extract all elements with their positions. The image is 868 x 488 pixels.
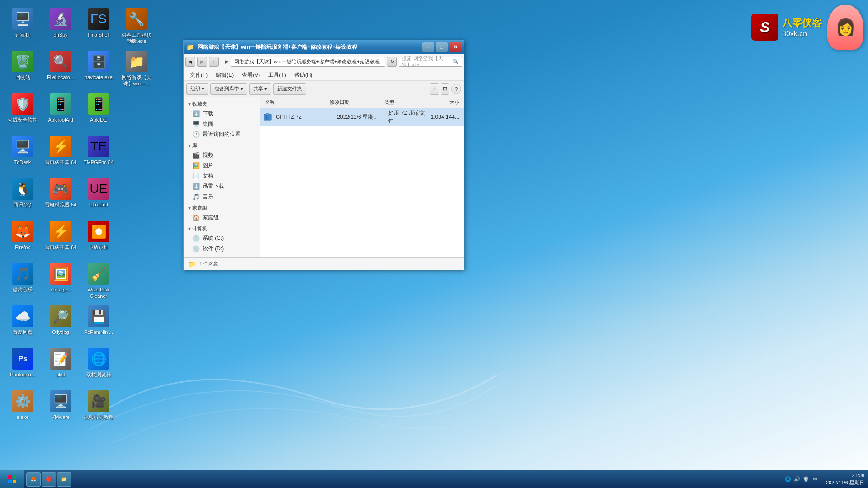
desktop-icon-tmpgenc[interactable]: TE TMPGEnc 64 [80,132,117,173]
sidebar-item-downloads[interactable]: ⬇️ 下载 [184,108,260,119]
desktop-icon-capture[interactable]: ⏺️ 录放录屏 [80,217,117,258]
sidebar-item-documents[interactable]: 📄 文档 [184,171,260,181]
sidebar-item-homegroup[interactable]: 🏠 家庭组 [184,212,260,223]
sidebar-item-music[interactable]: 🎵 音乐 [184,192,260,202]
close-button[interactable]: ✕ [449,42,461,52]
minimize-button[interactable]: — [422,42,434,52]
sidebar-item-drive-c[interactable]: 💿 系统 (C:) [184,233,260,244]
maximize-button[interactable]: □ [436,42,448,52]
col-header-size[interactable]: 大小 [427,99,461,106]
desktop-icon-tools[interactable]: 🔧 供客工具箱移动版.exe [118,5,155,45]
taskbar-firefox-button[interactable]: 🦊 [26,472,41,487]
back-button[interactable]: ◀ [185,57,195,67]
gphtz-name: GPHTZ.7z [274,114,335,120]
desktop-icon-finalshell[interactable]: FS FinalShell [80,5,117,45]
apkide-icon-img: 📱 [88,93,109,115]
desktop-icon-pcramnini[interactable]: 💾 PcRamNini... [80,302,117,343]
help-toolbar-button[interactable]: ? [451,84,461,94]
details-view-button[interactable]: ⊞ [441,83,449,95]
sidebar-item-pictures[interactable]: 🖼️ 图片 [184,160,260,171]
desktop-icon-computer[interactable]: 🖥️ 计算机 [5,5,41,45]
drive-c-icon: 💿 [193,235,200,242]
desktop-icon-apkide[interactable]: 📱 ApkIDE [80,89,117,130]
sidebar-section-computer: ▾ 计算机 💿 系统 (C:) 💿 软件 (D:) [184,225,260,254]
video-icon-img: 🎥 [88,390,109,412]
brand-avatar: 👩 [827,5,863,50]
address-field[interactable]: 网络游戏【天诛】win一键陪玩服务端+客户端+修改教程+架设教程 [231,57,385,67]
col-header-type[interactable]: 类型 [382,99,427,106]
sidebar-item-drive-d[interactable]: 💿 软件 (D:) [184,244,260,254]
desktop-icon-qqmusic[interactable]: 🎵 酷狗音乐 [5,259,41,300]
desktop-icon-wisedisk[interactable]: 🧹 Wise Disk Cleaner [80,259,117,300]
finalshell-icon-img: FS [88,8,109,30]
apktoolair-icon-label: ApkToolAid [48,117,73,123]
view-toggle-button[interactable]: ☰ [430,83,439,95]
desktop-icon-filelocator[interactable]: 🔍 FileLocato... [42,47,79,88]
gphtz-type: 好压 7Z 压缩文件 [387,109,429,125]
tmpgenc-icon-img: TE [88,136,109,157]
desktop-icon-firefox[interactable]: 🦊 Firefox [5,217,41,258]
desktop-icon-todesk[interactable]: 🖥️ ToDesk [5,132,41,173]
menu-view[interactable]: 查看(V) [238,70,264,80]
desktop-icon-emulator[interactable]: 🎮 雷电模拟器 64 [42,174,79,215]
desktop-icon-apktoolair[interactable]: 📱 ApkToolAid [42,89,79,130]
taskbar-app-button[interactable]: 🔴 [42,472,56,487]
refresh-button[interactable]: ↻ [387,57,397,67]
brand-logo: S 八零侠客 80xk.cn 👩 [751,5,863,50]
menu-tools[interactable]: 工具(T) [264,70,289,80]
sidebar-item-thunder[interactable]: ⬇️ 迅雷下载 [184,181,260,192]
include-library-button[interactable]: 包含到库中 ▾ [210,83,247,95]
menu-file[interactable]: 文件(F) [186,70,211,80]
desktop-icon-tencentqq[interactable]: 🐧 腾讯QQ [5,174,41,215]
desktop-icon-ldplayer64[interactable]: ⚡ 雷电多开器 64 [42,217,79,258]
sidebar-item-recent[interactable]: 🕐 最近访问的位置 [184,129,260,140]
organize-button[interactable]: 组织 ▾ [186,83,208,95]
tray-network-icon[interactable]: 🌐 [784,476,792,483]
filelocator-icon-img: 🔍 [50,51,71,72]
menu-edit[interactable]: 编辑(E) [212,70,237,80]
system-clock[interactable]: 21:08 2022/11/6 星期日 [822,472,868,486]
desktop-icon-navicate[interactable]: 🗄️ navicate.exe [80,47,117,88]
tencentqq-icon-label: 腾讯QQ [14,202,31,208]
sidebar-item-desktop[interactable]: 🖥️ 桌面 [184,119,260,129]
desktop-icon-dnspy[interactable]: 🔬 dnSpy [42,5,79,45]
desktop-icon-ximager[interactable]: 🖼️ XImage... [42,259,79,300]
desktop-icon-vmware[interactable]: 🖥️ VMware [42,387,79,427]
tray-security-icon[interactable]: 🛡️ [802,476,810,483]
desktop-icon-video[interactable]: 🎥 视频录制教程 [80,387,117,427]
search-field[interactable]: 搜索 网络游戏【天诛】win... 🔍 [399,57,462,67]
recycle-icon-img: 🗑️ [12,51,33,72]
desktop-icon-ultraedit[interactable]: UE UltraEdit [80,174,117,215]
include-library-arrow: ▾ [241,86,243,92]
start-button[interactable] [0,470,24,488]
desktop-icon-photoshop[interactable]: Ps Photosho... [5,344,41,385]
desktop-icon-plist[interactable]: 📝 plist [42,344,79,385]
desktop-icon-exe[interactable]: ⚙️ e.exe [5,387,41,427]
computer-sidebar-header: ▾ 计算机 [184,225,260,233]
col-header-name[interactable]: 名称 [263,99,328,106]
tray-ime-icon[interactable]: 中 [811,476,819,483]
ollydbg-icon-label: Ollydbg [52,329,69,335]
exe-icon-img: ⚙️ [12,390,33,412]
desktop-icon-firewall[interactable]: 🛡️ 火绒安全软件 [5,89,41,130]
col-header-date[interactable]: 修改日期 [328,99,382,106]
desktop-icon-ldplayer[interactable]: ⚡ 雷电多开器 64 [42,132,79,173]
brand-name: 八零侠客 [782,16,822,30]
taskbar-explorer-button[interactable]: 📁 [57,472,71,487]
new-folder-button[interactable]: 新建文件夹 [273,83,306,95]
desktop-icon-recycle[interactable]: 🗑️ 回收站 [5,47,41,88]
taskbar-tray: 🌐 🔊 🛡️ 中 [781,476,822,483]
desktop-icon-network-games[interactable]: 📁 网络游戏【天诛】win—... [118,47,155,88]
clock-date: 2022/11/6 星期日 [826,479,864,486]
menu-help[interactable]: 帮助(H) [291,70,316,80]
tray-volume-icon[interactable]: 🔊 [793,476,801,483]
desktop-icon-baidunetdisk[interactable]: ☁️ 百度网盘 [5,302,41,343]
exe-icon-label: e.exe [17,414,29,420]
sidebar-item-videos[interactable]: 🎬 视频 [184,150,260,160]
desktop-icon-ollydbg[interactable]: 🔎 Ollydbg [42,302,79,343]
desktop-icon-browser[interactable]: 🌐 双核浏览器 [80,344,117,385]
up-button[interactable]: ↑ [209,57,219,67]
forward-button[interactable]: ▶ [197,57,207,67]
share-button[interactable]: 共享 ▾ [249,83,271,95]
file-row-gphtz[interactable]: GPHTZ.7z 2022/11/6 星期... 好压 7Z 压缩文件 1,03… [260,108,464,126]
